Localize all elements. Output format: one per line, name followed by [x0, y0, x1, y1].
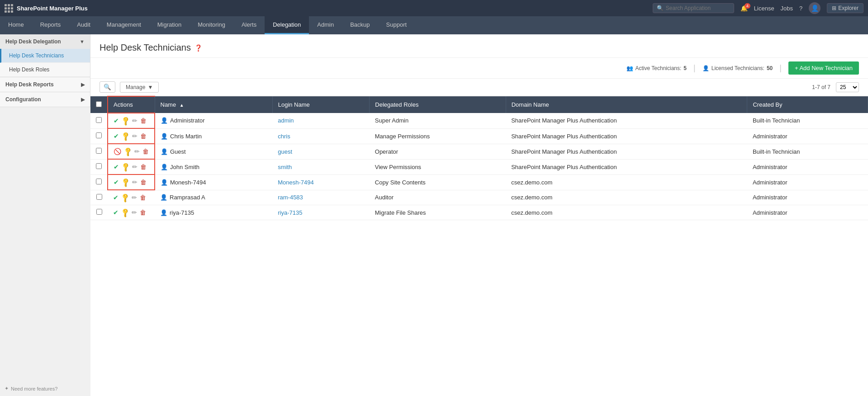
search-box[interactable]: 🔍 [653, 3, 734, 13]
key-icon[interactable]: 🔑 [120, 207, 130, 217]
manage-button[interactable]: Manage ▼ [120, 82, 159, 93]
add-technician-button[interactable]: + Add New Technician [788, 61, 859, 75]
roles-header[interactable]: Delegated Roles [370, 96, 506, 113]
sidebar-item-roles[interactable]: Help Desk Roles [0, 63, 90, 77]
key-icon[interactable]: 🔑 [120, 131, 131, 141]
edit-icon[interactable]: ✏ [134, 148, 140, 155]
nav-monitoring[interactable]: Monitoring [190, 16, 233, 34]
login-cell[interactable]: riya-7135 [272, 205, 370, 220]
delete-icon[interactable]: 🗑 [140, 132, 147, 140]
domain-cell: csez.demo.com [506, 190, 747, 205]
login-link[interactable]: ram-4583 [278, 194, 303, 201]
row-checkbox[interactable] [96, 209, 102, 215]
row-checkbox[interactable] [96, 179, 102, 184]
login-cell[interactable]: smith [272, 159, 370, 174]
created-by-cell: Administrator [747, 174, 868, 190]
license-link[interactable]: License [754, 5, 774, 12]
key-icon[interactable]: 🔑 [120, 177, 131, 187]
help-circle-icon[interactable]: ❓ [194, 44, 202, 52]
domain-header[interactable]: Domain Name [506, 96, 747, 113]
app-logo[interactable]: SharePoint Manager Plus [5, 4, 88, 13]
row-checkbox[interactable] [96, 132, 102, 138]
table-row: ✔🔑✏🗑👤AdministratoradminSuper AdminShareP… [90, 113, 868, 128]
sidebar-delegation-header[interactable]: Help Desk Delegation ▼ [0, 34, 90, 49]
sidebar-delegation-section: Help Desk Delegation ▼ Help Desk Technic… [0, 34, 90, 77]
key-icon[interactable]: 🔑 [123, 146, 133, 156]
login-cell[interactable]: ram-4583 [272, 190, 370, 205]
row-checkbox[interactable] [96, 148, 102, 154]
key-icon[interactable]: 🔑 [120, 115, 131, 126]
row-checkbox[interactable] [96, 117, 102, 123]
grid-icon [5, 4, 13, 13]
help-link[interactable]: ? [799, 5, 802, 12]
table-row: ✔🔑✏🗑👤John SmithsmithView PermissionsShar… [90, 159, 868, 174]
edit-icon[interactable]: ✏ [132, 209, 137, 216]
role-cell: Super Admin [370, 113, 506, 128]
sidebar-item-technicians[interactable]: Help Desk Technicians [0, 49, 90, 63]
edit-icon[interactable]: ✏ [132, 132, 138, 140]
nav-migration[interactable]: Migration [149, 16, 190, 34]
explorer-button[interactable]: ⊞ Explorer [827, 3, 863, 13]
disable-icon[interactable]: 🚫 [114, 148, 121, 155]
name-cell: 👤Chris Martin [155, 128, 272, 144]
delete-icon[interactable]: 🗑 [140, 209, 146, 216]
sidebar-config-header[interactable]: Configuration ▶ [0, 92, 90, 107]
key-icon[interactable]: 🔑 [120, 192, 130, 203]
name-cell: 👤Monesh-7494 [155, 174, 272, 190]
nav-support[interactable]: Support [378, 16, 415, 34]
delete-icon[interactable]: 🗑 [140, 117, 147, 124]
edit-icon[interactable]: ✏ [132, 194, 137, 201]
login-link[interactable]: smith [278, 164, 292, 170]
key-icon[interactable]: 🔑 [120, 161, 131, 172]
role-cell: Operator [370, 144, 506, 159]
enable-icon[interactable]: ✔ [113, 194, 119, 201]
login-link[interactable]: riya-7135 [278, 209, 302, 216]
row-checkbox[interactable] [96, 194, 102, 200]
login-link[interactable]: chris [278, 133, 290, 140]
actions-cell: 🚫🔑✏🗑 [108, 144, 155, 159]
delete-icon[interactable]: 🗑 [142, 148, 149, 155]
login-header[interactable]: Login Name [272, 96, 370, 113]
enable-icon[interactable]: ✔ [114, 163, 119, 170]
delete-icon[interactable]: 🗑 [140, 163, 147, 170]
row-checkbox[interactable] [96, 163, 102, 169]
top-bar-right: 🔍 🔔 4 License Jobs ? 👤 ⊞ Explorer [653, 2, 863, 14]
login-cell[interactable]: chris [272, 128, 370, 144]
jobs-link[interactable]: Jobs [781, 5, 793, 12]
sidebar-footer[interactable]: ✦ Need more features? [5, 386, 57, 391]
edit-icon[interactable]: ✏ [132, 117, 138, 124]
name-header[interactable]: Name ▲ [155, 96, 272, 113]
nav-delegation[interactable]: Delegation [265, 16, 309, 34]
nav-home[interactable]: Home [0, 16, 32, 34]
enable-icon[interactable]: ✔ [113, 209, 119, 216]
login-link[interactable]: admin [278, 117, 294, 124]
nav-alerts[interactable]: Alerts [233, 16, 265, 34]
sidebar-reports-header[interactable]: Help Desk Reports ▶ [0, 77, 90, 92]
nav-audit[interactable]: Audit [69, 16, 99, 34]
search-input[interactable] [666, 5, 729, 11]
delete-icon[interactable]: 🗑 [140, 194, 146, 201]
enable-icon[interactable]: ✔ [114, 117, 119, 124]
login-link[interactable]: guest [278, 148, 292, 155]
search-table-button[interactable]: 🔍 [100, 81, 115, 93]
select-all-checkbox[interactable] [96, 101, 102, 107]
actions-cell: ✔🔑✏🗑 [108, 174, 155, 190]
created-header[interactable]: Created By [747, 96, 868, 113]
login-cell[interactable]: admin [272, 113, 370, 128]
edit-icon[interactable]: ✏ [132, 163, 138, 170]
notification-bell[interactable]: 🔔 4 [740, 5, 748, 12]
login-cell[interactable]: Monesh-7494 [272, 174, 370, 190]
nav-reports[interactable]: Reports [32, 16, 69, 34]
nav-backup[interactable]: Backup [342, 16, 378, 34]
per-page-select[interactable]: 25 50 100 [836, 82, 859, 92]
created-by-cell: Administrator [747, 159, 868, 174]
enable-icon[interactable]: ✔ [114, 179, 119, 186]
nav-management[interactable]: Management [99, 16, 149, 34]
login-cell[interactable]: guest [272, 144, 370, 159]
nav-admin[interactable]: Admin [309, 16, 342, 34]
login-link[interactable]: Monesh-7494 [278, 179, 314, 186]
enable-icon[interactable]: ✔ [114, 132, 119, 140]
user-avatar[interactable]: 👤 [809, 2, 821, 14]
edit-icon[interactable]: ✏ [132, 179, 138, 186]
delete-icon[interactable]: 🗑 [140, 179, 147, 186]
